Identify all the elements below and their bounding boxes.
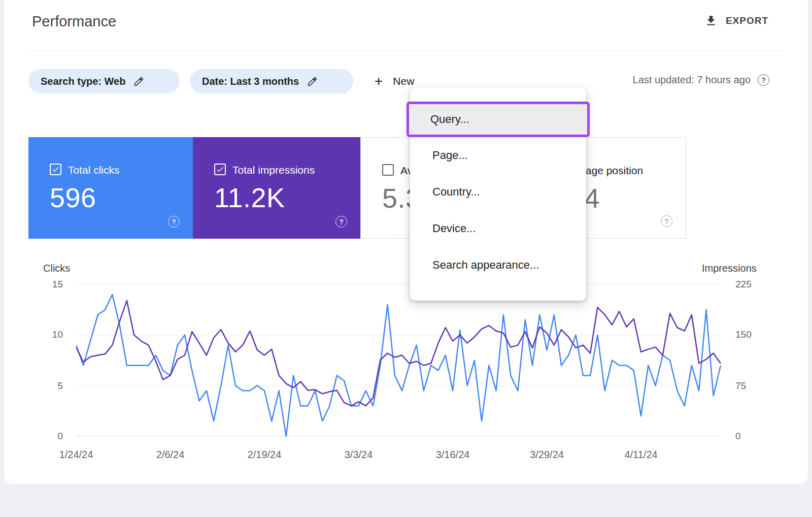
left-ytick: 10 (29, 329, 63, 340)
menu-item-device[interactable]: Device... (410, 210, 586, 247)
header-divider (28, 50, 784, 51)
performance-page: Performance EXPORT Search type: Web Date… (0, 0, 812, 517)
right-ytick: 225 (735, 279, 769, 290)
xtick-label: 2/19/24 (248, 449, 282, 461)
metric-card-total-clicks[interactable]: Total clicks 596 ? (28, 137, 193, 239)
series-line-impressions (76, 301, 721, 406)
menu-item-page-label: Page... (432, 149, 468, 162)
left-ytick: 5 (29, 380, 63, 392)
xtick-label: 1/24/24 (59, 449, 93, 461)
total-clicks-value: 596 (50, 182, 96, 213)
new-filter-dropdown-menu: Query... Page... Country... Device... Se… (410, 87, 586, 301)
last-updated-text: Last updated: 7 hours ago (633, 74, 751, 86)
help-icon[interactable]: ? (168, 216, 180, 228)
menu-item-page[interactable]: Page... (410, 137, 586, 174)
metric-card-total-impressions[interactable]: Total impressions 11.2K ? (193, 137, 360, 239)
menu-item-country-label: Country... (432, 185, 480, 199)
total-clicks-checkbox[interactable] (50, 164, 61, 175)
series-line-clicks (76, 295, 721, 436)
page-title: Performance (32, 13, 116, 30)
date-range-chip[interactable]: Date: Last 3 months (190, 69, 353, 93)
menu-item-search-appearance[interactable]: Search appearance... (410, 247, 586, 283)
help-icon[interactable]: ? (661, 215, 672, 227)
new-filter-label: New (393, 75, 414, 87)
xtick-label: 4/11/24 (624, 449, 657, 461)
right-ytick: 0 (735, 431, 769, 442)
pencil-icon (307, 76, 318, 87)
help-icon[interactable]: ? (758, 74, 769, 86)
xtick-label: 2/6/24 (156, 449, 185, 461)
xtick-label: 3/29/24 (530, 449, 564, 461)
left-axis-title: Clicks (43, 263, 70, 274)
right-ytick: 75 (735, 380, 769, 392)
pencil-icon (133, 76, 144, 87)
search-type-chip[interactable]: Search type: Web (28, 69, 180, 93)
menu-item-device-label: Device... (432, 222, 476, 235)
search-type-chip-label: Search type: Web (41, 76, 125, 87)
menu-item-country[interactable]: Country... (410, 174, 586, 210)
export-label: EXPORT (726, 15, 768, 26)
plus-icon: + (375, 74, 383, 88)
menu-item-query-label: Query... (430, 113, 469, 126)
performance-chart (76, 278, 722, 439)
download-icon (704, 14, 718, 27)
total-impressions-checkbox[interactable] (214, 164, 226, 175)
right-ytick: 150 (735, 329, 769, 340)
right-axis-title: Impressions (702, 263, 757, 274)
average-ctr-checkbox[interactable] (382, 164, 394, 176)
total-impressions-value: 11.2K (214, 182, 285, 213)
help-icon[interactable]: ? (335, 216, 347, 228)
left-ytick: 0 (29, 431, 63, 442)
last-updated: Last updated: 7 hours ago ? (633, 74, 769, 86)
dropdown-item-list: Page... Country... Device... Search appe… (410, 137, 586, 283)
left-ytick: 15 (29, 279, 63, 290)
xtick-label: 3/3/24 (345, 449, 373, 461)
total-impressions-label: Total impressions (232, 164, 315, 176)
export-button[interactable]: EXPORT (704, 14, 768, 27)
xtick-label: 3/16/24 (436, 449, 470, 461)
menu-item-query[interactable]: Query... (407, 102, 590, 137)
total-clicks-label: Total clicks (68, 164, 120, 176)
date-range-chip-label: Date: Last 3 months (202, 76, 299, 87)
menu-item-search-appearance-label: Search appearance... (432, 258, 539, 272)
